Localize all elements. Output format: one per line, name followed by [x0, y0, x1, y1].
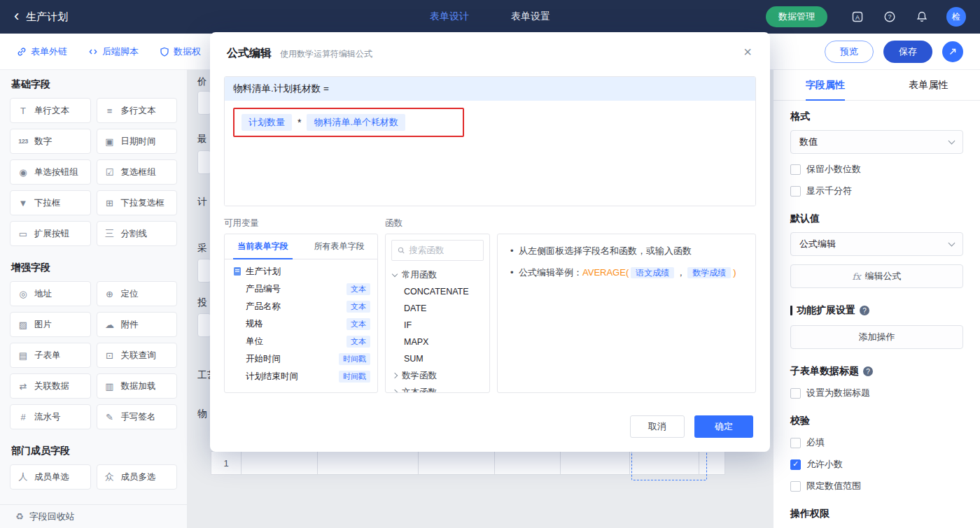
- variable-row[interactable]: 单位文本: [225, 333, 377, 350]
- checkbox-box[interactable]: [790, 438, 801, 448]
- field-extend-button[interactable]: ▭扩展按钮: [10, 221, 91, 246]
- field-label: 下拉复选框: [121, 197, 165, 209]
- tab-field-properties[interactable]: 字段属性: [774, 70, 877, 100]
- variables-tree-root[interactable]: 生产计划: [225, 262, 377, 280]
- checkbox-allow-decimal[interactable]: 允许小数: [790, 458, 963, 471]
- tab-form-properties[interactable]: 表单属性: [877, 70, 980, 100]
- data-permission-button[interactable]: 数据权: [160, 45, 201, 58]
- location-icon: ⊕: [103, 289, 117, 299]
- formula-input-area[interactable]: 计划数量 * 物料清单.单个耗材数: [225, 101, 755, 206]
- variable-name: 单位: [246, 336, 263, 348]
- svg-text:?: ?: [888, 13, 891, 20]
- field-type-tag: 时间戳: [339, 353, 370, 365]
- formula-variable-chip[interactable]: 物料清单.单个耗材数: [307, 114, 405, 131]
- table-cell[interactable]: [494, 451, 561, 475]
- canvas-input-partial: [197, 91, 211, 115]
- checkbox-box-checked[interactable]: [790, 459, 801, 470]
- field-lookup-query[interactable]: ⊡关联查询: [97, 343, 178, 368]
- help-icon[interactable]: [863, 366, 873, 376]
- field-multi-dropdown[interactable]: ⊞下拉复选框: [97, 190, 178, 215]
- checkbox-box[interactable]: [790, 388, 801, 399]
- attachment-icon: ☁: [103, 320, 117, 330]
- avatar[interactable]: 检: [946, 7, 966, 27]
- variable-row[interactable]: 规格文本: [225, 315, 377, 333]
- table-cell[interactable]: [241, 451, 318, 475]
- bell-icon[interactable]: [915, 10, 929, 24]
- field-checkbox-group[interactable]: ☑复选框组: [97, 159, 178, 185]
- variable-row[interactable]: 产品编号文本: [225, 280, 377, 298]
- help-icon[interactable]: ?: [883, 10, 897, 24]
- formula-variable-chip[interactable]: 计划数量: [241, 114, 292, 131]
- tab-all-form-fields[interactable]: 所有表单字段: [301, 234, 377, 259]
- field-single-line-text[interactable]: T单行文本: [10, 98, 91, 123]
- field-multi-line-text[interactable]: ≡多行文本: [97, 98, 178, 123]
- field-location[interactable]: ⊕定位: [97, 281, 178, 306]
- field-dropdown[interactable]: ▼下拉框: [10, 190, 91, 215]
- example-chip: 数学成绩: [687, 267, 731, 278]
- function-item[interactable]: DATE: [386, 300, 489, 317]
- modal-title: 公式编辑: [227, 46, 272, 61]
- back-icon[interactable]: ‹: [14, 9, 19, 23]
- field-member-multi[interactable]: 众成员多选: [97, 464, 178, 490]
- field-subform[interactable]: ▤子表单: [10, 343, 91, 368]
- close-icon[interactable]: ×: [743, 45, 752, 59]
- field-number[interactable]: 123数字: [10, 129, 91, 154]
- function-group-text[interactable]: 文本函数: [386, 384, 489, 393]
- field-serial-number[interactable]: #流水号: [10, 404, 91, 429]
- checkbox-keep-decimal-digits[interactable]: 保留小数位数: [790, 163, 963, 176]
- checkbox-box[interactable]: [790, 164, 801, 175]
- checkbox-limit-range[interactable]: 限定数值范围: [790, 480, 963, 492]
- function-item[interactable]: CONCATENATE: [386, 283, 489, 300]
- tab-current-form-fields[interactable]: 当前表单字段: [225, 234, 301, 259]
- backend-script-button[interactable]: 后端脚本: [88, 45, 139, 58]
- preview-button[interactable]: 预览: [825, 41, 874, 63]
- variable-row[interactable]: 开始时间时间戳: [225, 350, 377, 368]
- formula-editor[interactable]: 物料清单.计划耗材数 = 计划数量 * 物料清单.单个耗材数: [224, 76, 756, 206]
- table-cell[interactable]: [418, 451, 495, 475]
- checkbox-box[interactable]: [790, 481, 801, 492]
- comma: ，: [676, 267, 685, 278]
- checkbox-box[interactable]: [790, 186, 801, 197]
- variable-row[interactable]: 产品名称文本: [225, 298, 377, 315]
- cancel-button[interactable]: 取消: [630, 415, 685, 438]
- data-manage-button[interactable]: 数据管理: [766, 6, 827, 27]
- table-cell[interactable]: [560, 451, 630, 475]
- field-divider[interactable]: 三分割线: [97, 221, 178, 246]
- save-button[interactable]: 保存: [883, 41, 932, 63]
- field-address[interactable]: ◎地址: [10, 281, 91, 306]
- checkbox-required[interactable]: 必填: [790, 436, 963, 449]
- field-image[interactable]: ▨图片: [10, 312, 91, 337]
- share-button[interactable]: [942, 41, 963, 62]
- field-datetime[interactable]: ▣日期时间: [97, 129, 178, 154]
- table-cell[interactable]: [317, 451, 419, 475]
- field-attachment[interactable]: ☁附件: [97, 312, 178, 337]
- translate-icon[interactable]: A: [850, 10, 864, 24]
- variable-row[interactable]: 计划结束时间时间戳: [225, 368, 377, 385]
- default-value-label: 默认值: [790, 213, 963, 225]
- function-search[interactable]: [391, 240, 484, 261]
- tab-form-settings[interactable]: 表单设置: [511, 10, 550, 23]
- help-icon[interactable]: [860, 306, 869, 315]
- tab-form-design[interactable]: 表单设计: [430, 10, 469, 23]
- search-input[interactable]: [409, 245, 477, 255]
- function-item[interactable]: SUM: [386, 350, 489, 367]
- confirm-button[interactable]: 确定: [694, 415, 753, 438]
- edit-formula-button[interactable]: fx 编辑公式: [790, 264, 963, 288]
- field-data-load[interactable]: ▥数据加载: [97, 373, 178, 399]
- default-value-select[interactable]: 公式编辑: [790, 232, 963, 256]
- field-linked-data[interactable]: ⇄关联数据: [10, 373, 91, 399]
- function-item[interactable]: MAPX: [386, 334, 489, 350]
- field-signature[interactable]: ✎手写签名: [97, 404, 178, 429]
- function-group-common[interactable]: 常用函数: [386, 266, 489, 283]
- field-recycle-bin[interactable]: ♻ 字段回收站: [0, 504, 187, 528]
- function-item[interactable]: IF: [386, 317, 489, 334]
- add-action-button[interactable]: 添加操作: [790, 325, 963, 349]
- checkbox-set-data-title[interactable]: 设置为数据标题: [790, 387, 963, 399]
- checkbox-thousand-separator[interactable]: 显示千分符: [790, 185, 963, 197]
- field-radio-group[interactable]: ◉单选按钮组: [10, 159, 91, 185]
- format-select[interactable]: 数值: [790, 130, 963, 154]
- field-member-single[interactable]: 人成员单选: [10, 464, 91, 490]
- formula-help-panel: 从左侧面板选择字段名和函数，或输入函数 公式编辑举例：AVERAGE(语文成绩，…: [497, 234, 756, 393]
- function-group-math[interactable]: 数学函数: [386, 367, 489, 384]
- form-external-link-button[interactable]: 表单外链: [17, 45, 67, 58]
